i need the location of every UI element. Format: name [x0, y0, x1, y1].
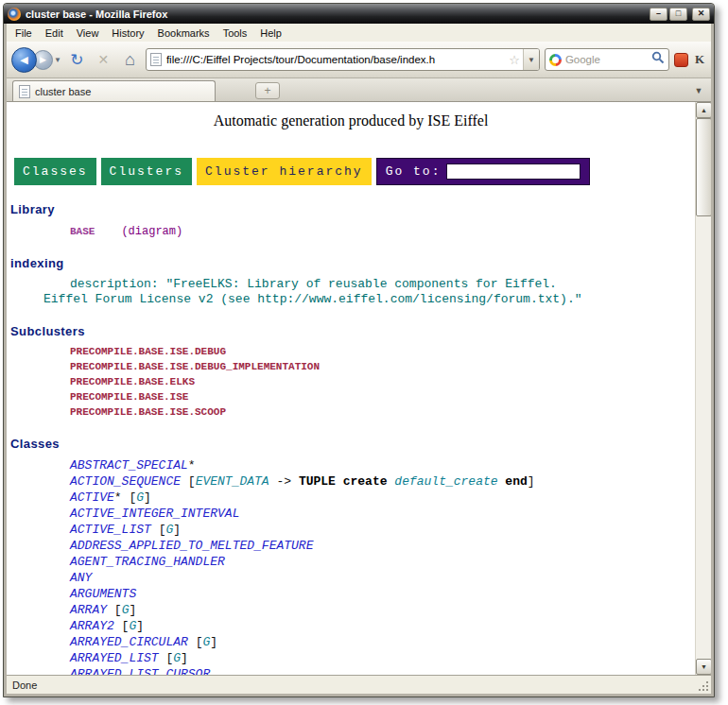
- close-button[interactable]: ✕: [692, 8, 710, 21]
- scroll-up-button[interactable]: ▲: [696, 102, 711, 118]
- class-row: ADDRESS_APPLIED_TO_MELTED_FEATURE: [70, 538, 695, 554]
- subcluster-link[interactable]: PRECOMPILE.BASE.ELKS: [70, 374, 695, 389]
- class-annotation: G: [136, 490, 144, 505]
- menu-bookmarks[interactable]: Bookmarks: [151, 26, 217, 41]
- class-link[interactable]: ARRAYED_CIRCULAR: [70, 635, 188, 649]
- class-link[interactable]: ARGUMENTS: [70, 587, 136, 601]
- google-logo-icon[interactable]: [549, 54, 562, 66]
- class-annotation: [: [159, 651, 174, 665]
- maximize-icon: □: [676, 9, 681, 18]
- class-link[interactable]: ANY: [70, 571, 92, 585]
- class-row: ACTIVE_LIST [G]: [70, 522, 695, 538]
- class-link[interactable]: ADDRESS_APPLIED_TO_MELTED_FEATURE: [70, 539, 313, 553]
- address-text: file:///C:/Eiffel Projects/tour/Document…: [166, 54, 506, 65]
- new-tab-button[interactable]: +: [255, 82, 280, 99]
- menu-bar: FileEditViewHistoryBookmarksToolsHelp: [7, 24, 711, 42]
- search-input[interactable]: Google: [565, 54, 648, 65]
- tab-cluster-base[interactable]: cluster base: [12, 80, 216, 101]
- class-annotation: ]: [210, 635, 217, 649]
- indexing-heading: indexing: [10, 256, 695, 270]
- goto-label: Go to:: [386, 164, 442, 179]
- menu-edit[interactable]: Edit: [39, 26, 70, 41]
- library-heading: Library: [10, 202, 695, 216]
- status-text: Done: [12, 679, 37, 691]
- class-annotation: ]: [129, 603, 136, 617]
- tab-label: cluster base: [35, 86, 91, 97]
- class-link[interactable]: ARRAYED_LIST_CURSOR: [70, 667, 210, 675]
- new-tab-icon: +: [264, 84, 270, 97]
- history-dropdown-button[interactable]: ▼: [54, 56, 61, 64]
- window-title: cluster base - Mozilla Firefox: [26, 9, 167, 20]
- page-header: Automatic generation produced by ISE Eif…: [7, 112, 695, 129]
- subcluster-link[interactable]: PRECOMPILE.BASE.ISE.SCOOP: [70, 404, 695, 420]
- scroll-up-icon: ▲: [701, 107, 707, 113]
- goto-box: Go to:: [376, 158, 591, 185]
- class-row: ARRAYED_LIST_CURSOR: [70, 666, 695, 675]
- scroll-down-icon: ▼: [701, 663, 707, 670]
- resize-grip[interactable]: [697, 679, 709, 692]
- class-link[interactable]: ACTIVE_LIST: [70, 523, 151, 537]
- vertical-scrollbar[interactable]: ▲ ▼: [695, 102, 711, 675]
- maximize-button[interactable]: □: [669, 8, 687, 21]
- status-bar: Done: [7, 675, 711, 694]
- class-annotation: *: [188, 458, 196, 473]
- subcluster-link[interactable]: PRECOMPILE.BASE.ISE.DEBUG_IMPLEMENTATION: [70, 359, 695, 374]
- list-all-tabs-button[interactable]: ▼: [690, 82, 707, 99]
- class-annotation: ]: [528, 474, 535, 489]
- class-annotation: * [: [114, 490, 136, 505]
- class-link[interactable]: ARRAYED_LIST: [70, 651, 159, 665]
- tab-favicon-icon: [19, 85, 30, 98]
- class-annotation: G: [173, 651, 181, 665]
- minimize-icon: –: [656, 9, 661, 18]
- class-row: ARRAY2 [G]: [70, 618, 695, 634]
- minimize-button[interactable]: –: [650, 8, 667, 21]
- scrollbar-thumb[interactable]: [696, 118, 711, 216]
- classes-list: ABSTRACT_SPECIAL*ACTION_SEQUENCE [EVENT_…: [7, 457, 695, 675]
- scroll-down-button[interactable]: ▼: [696, 659, 711, 675]
- class-annotation: [: [188, 635, 203, 649]
- class-annotation: ->: [269, 474, 299, 489]
- stop-button[interactable]: ✕: [93, 53, 114, 66]
- library-name-link[interactable]: BASE: [70, 226, 95, 237]
- refresh-button[interactable]: ↻: [66, 52, 88, 68]
- class-annotation: create: [343, 474, 388, 489]
- addon-red-icon[interactable]: [674, 53, 688, 67]
- clusters-nav-button[interactable]: Clusters: [101, 158, 192, 185]
- title-bar[interactable]: cluster base - Mozilla Firefox – □ ✕: [4, 4, 714, 24]
- diagram-link[interactable]: (diagram): [121, 225, 182, 238]
- home-button[interactable]: ⌂: [119, 51, 141, 68]
- address-bar[interactable]: file:///C:/Eiffel Projects/tour/Document…: [146, 48, 540, 71]
- tab-bar: cluster base + ▼: [7, 78, 711, 102]
- subcluster-link[interactable]: PRECOMPILE.BASE.ISE.DEBUG: [70, 344, 695, 359]
- class-link[interactable]: ARRAY: [70, 603, 107, 617]
- class-row: ACTION_SEQUENCE [EVENT_DATA -> TUPLE cre…: [70, 473, 695, 490]
- search-box[interactable]: Google: [545, 48, 669, 71]
- menu-view[interactable]: View: [70, 26, 106, 41]
- cluster-hierarchy-nav-button[interactable]: Cluster hierarchy: [197, 158, 372, 185]
- class-row: ARGUMENTS: [70, 586, 695, 602]
- classes-nav-button[interactable]: Classes: [14, 158, 96, 185]
- subcluster-link[interactable]: PRECOMPILE.BASE.ISE: [70, 389, 695, 404]
- class-annotation: [: [181, 474, 196, 489]
- class-annotation: [: [151, 523, 166, 537]
- menu-tools[interactable]: Tools: [217, 26, 254, 41]
- class-link[interactable]: ARRAY2: [70, 619, 114, 633]
- menu-help[interactable]: Help: [253, 26, 288, 41]
- class-link[interactable]: ACTION_SEQUENCE: [70, 474, 181, 489]
- close-icon: ✕: [698, 9, 705, 18]
- class-row: ANY: [70, 570, 695, 586]
- class-link[interactable]: ACTIVE: [70, 490, 114, 505]
- class-link[interactable]: ACTIVE_INTEGER_INTERVAL: [70, 507, 239, 521]
- class-link[interactable]: AGENT_TRACING_HANDLER: [70, 555, 225, 569]
- menu-file[interactable]: File: [9, 26, 39, 41]
- url-dropdown-button[interactable]: ▼: [523, 49, 539, 70]
- class-row: ARRAY [G]: [70, 602, 695, 618]
- menu-history[interactable]: History: [105, 26, 150, 41]
- search-magnifier-icon[interactable]: [651, 51, 665, 68]
- back-button[interactable]: ◀: [11, 47, 37, 73]
- addon-k-icon[interactable]: K: [693, 52, 706, 67]
- indexing-line-2: Eiffel Forum License v2 (see http://www.…: [43, 292, 695, 307]
- goto-input[interactable]: [446, 163, 581, 180]
- class-link[interactable]: ABSTRACT_SPECIAL: [70, 458, 188, 473]
- bookmark-star-icon[interactable]: ☆: [509, 54, 520, 66]
